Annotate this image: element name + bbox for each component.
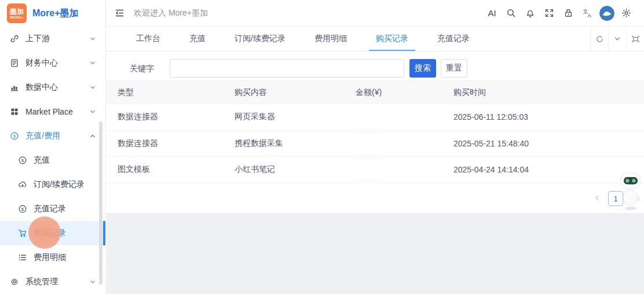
- svg-text:$: $: [13, 134, 16, 139]
- sidebar-item-label: 上下游: [25, 34, 89, 44]
- sidebar-item-recharge-fees[interactable]: $ 充值/费用: [0, 124, 105, 148]
- cart-icon: [18, 229, 28, 238]
- sidebar-item-system-management[interactable]: 系统管理: [0, 270, 105, 294]
- sidebar-item-data-center[interactable]: 数据中心: [0, 75, 105, 100]
- search-button[interactable]: 搜索: [409, 59, 436, 78]
- sidebar-subitem-label: 充值: [34, 155, 96, 166]
- chevron-down-icon: [89, 60, 96, 67]
- tab-workbench[interactable]: 工作台: [129, 27, 167, 51]
- logo-badge-cn: 墨加: [10, 8, 24, 15]
- col-type: 类型: [118, 87, 235, 98]
- chevron-down-icon: [89, 35, 96, 42]
- chevron-up-icon: [89, 133, 96, 139]
- breadcrumb: 欢迎进入 More+墨加: [134, 8, 208, 19]
- cell-content: 小红书笔记: [235, 164, 356, 175]
- sidebar-item-finance-center[interactable]: 财务中心: [0, 51, 105, 75]
- blur-artifact: [353, 155, 383, 160]
- refresh-icon[interactable]: [590, 27, 608, 51]
- sidebar-item-label: 系统管理: [25, 277, 89, 287]
- cell-content: 携程数据采集: [235, 138, 356, 149]
- dollar-circle-icon: $: [10, 131, 20, 141]
- sidebar-subitem-recharge[interactable]: $ 充值: [0, 148, 105, 172]
- translate-icon[interactable]: 文A: [578, 0, 597, 27]
- tab-fee-details[interactable]: 费用明细: [308, 27, 354, 51]
- reset-button[interactable]: 重置: [441, 59, 467, 78]
- sidebar-scrollbar[interactable]: [99, 122, 103, 285]
- cell-time: 2025-04-24 14:14:04: [453, 165, 644, 174]
- tab-recharge[interactable]: 充值: [182, 27, 213, 51]
- sidebar-subitem-recharge-records[interactable]: $ 充值记录: [0, 197, 105, 221]
- sidebar-subitem-label: 充值记录: [34, 204, 96, 214]
- list-icon: [18, 253, 28, 262]
- content-card: 关键字 搜索 重置 类型 购买内容 金额(¥) 购买时间 数据连接器 网页采集器…: [107, 52, 644, 213]
- keyword-label: 关键字: [107, 59, 154, 78]
- bell-icon[interactable]: [521, 0, 540, 27]
- sidebar-subitem-label: 订阅/续费记录: [34, 179, 96, 190]
- sidebar-subitem-subscription-records[interactable]: 订阅/续费记录: [0, 172, 105, 197]
- sidebar-item-label: 财务中心: [25, 58, 89, 68]
- svg-text:A: A: [587, 12, 591, 19]
- app-window: 墨加 MORE+ More+墨加 上下游 财务中心: [0, 0, 644, 294]
- cell-time: 2025-06-11 12:05:03: [453, 112, 644, 122]
- chevron-down-icon: [89, 278, 96, 285]
- chevron-down-icon: [89, 84, 96, 91]
- ledger-icon: [10, 58, 20, 68]
- tab-subscription-records[interactable]: 订阅/续费记录: [228, 27, 292, 51]
- tab-purchase-records[interactable]: 购买记录: [369, 27, 415, 51]
- ai-button[interactable]: AI: [482, 0, 502, 27]
- fullscreen-icon[interactable]: [540, 0, 559, 27]
- pagination-prev-icon[interactable]: [593, 194, 601, 202]
- topbar: 欢迎进入 More+墨加 AI 文A: [107, 0, 644, 27]
- sidebar-item-updown[interactable]: 上下游: [0, 27, 105, 51]
- sidebar-item-label: Market Place: [25, 107, 89, 116]
- sidebar-collapse-icon[interactable]: [115, 8, 125, 18]
- lock-icon[interactable]: [559, 0, 578, 27]
- sidebar-item-label: 充值/费用: [25, 131, 89, 141]
- cell-content: 网页采集器: [235, 112, 356, 122]
- chevron-down-icon[interactable]: [608, 27, 626, 51]
- sidebar-item-market-place[interactable]: Market Place: [0, 100, 105, 124]
- main-area: 欢迎进入 More+墨加 AI 文A: [107, 0, 644, 294]
- click-indicator: [28, 216, 61, 249]
- col-content: 购买内容: [235, 87, 356, 98]
- svg-text:$: $: [21, 158, 24, 163]
- sidebar-subitem-fee-details[interactable]: 费用明细: [0, 245, 105, 270]
- cell-time: 2025-05-21 15:48:40: [453, 139, 644, 148]
- logo-badge: 墨加 MORE+: [7, 3, 27, 23]
- tab-recharge-records[interactable]: 充值记录: [430, 27, 477, 51]
- active-indicator-bar: [103, 221, 105, 245]
- search-icon[interactable]: [502, 0, 521, 27]
- dollar-circle-icon: $: [18, 156, 28, 165]
- assistant-robot[interactable]: [620, 170, 643, 211]
- table-header: 类型 购买内容 金额(¥) 购买时间: [107, 80, 644, 104]
- link-icon: [10, 34, 20, 43]
- sidebar-subitem-label: 费用明细: [34, 252, 96, 263]
- gear-icon: [10, 277, 20, 286]
- cloud-download-icon: [18, 180, 28, 189]
- tabbar: 工作台 充值 订阅/续费记录 费用明细 购买记录 充值记录: [107, 27, 644, 52]
- chart-icon: [10, 83, 20, 92]
- filter-bar: 关键字 搜索 重置: [107, 59, 644, 78]
- col-time: 购买时间: [453, 87, 644, 98]
- sidebar-item-label: 数据中心: [25, 82, 89, 93]
- avatar[interactable]: [599, 6, 614, 21]
- table-row: 数据连接器 网页采集器 2025-06-11 12:05:03: [107, 104, 644, 131]
- sidebar: 墨加 MORE+ More+墨加 上下游 财务中心: [0, 0, 106, 294]
- maximize-icon[interactable]: [626, 27, 644, 51]
- svg-text:$: $: [21, 207, 24, 212]
- grid-icon: [10, 107, 20, 116]
- dollar-circle-icon: $: [18, 204, 28, 214]
- keyword-input[interactable]: [170, 59, 404, 78]
- logo[interactable]: 墨加 MORE+ More+墨加: [0, 0, 105, 27]
- gear-icon[interactable]: [617, 0, 636, 27]
- cell-type: 数据连接器: [118, 138, 235, 149]
- chevron-down-icon: [89, 108, 96, 115]
- blur-artifact: [353, 179, 383, 185]
- sidebar-menu: 上下游 财务中心 数据中心 Mar: [0, 27, 105, 294]
- cell-type: 图文模板: [118, 164, 235, 175]
- logo-title: More+墨加: [32, 8, 79, 20]
- blur-artifact: [353, 128, 383, 133]
- table-row: 数据连接器 携程数据采集 2025-05-21 15:48:40: [107, 131, 644, 157]
- col-amount: 金额(¥): [356, 87, 453, 98]
- tab-controls: [590, 27, 644, 51]
